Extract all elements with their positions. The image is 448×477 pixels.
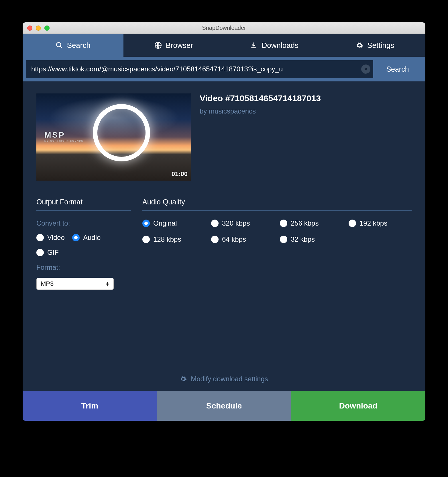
radio-quality-128[interactable]: 128 kbps [142, 235, 205, 243]
convert-to-label: Convert to: [36, 219, 131, 227]
globe-icon [154, 42, 162, 49]
format-select[interactable]: MP3 ▲▼ [36, 278, 114, 290]
video-info-row: MSP NO COPYRIGHT SOUNDS 01:00 Video #710… [36, 93, 412, 181]
tab-downloads[interactable]: Downloads [224, 34, 325, 57]
radio-quality-256[interactable]: 256 kbps [280, 219, 343, 227]
radio-quality-64[interactable]: 64 kbps [211, 235, 274, 243]
video-title: Video #7105814654714187013 [200, 93, 321, 103]
radio-audio[interactable]: Audio [72, 234, 101, 242]
thumbnail-ring-graphic [93, 104, 150, 161]
svg-point-0 [56, 42, 61, 47]
url-input-container [26, 60, 373, 78]
search-row: Search [23, 57, 425, 81]
search-button[interactable]: Search [373, 60, 422, 78]
video-thumbnail[interactable]: MSP NO COPYRIGHT SOUNDS 01:00 [36, 93, 191, 181]
download-button[interactable]: Download [291, 391, 425, 421]
bottom-action-bar: Trim Schedule Download [23, 391, 425, 421]
tab-label: Browser [166, 41, 193, 50]
radio-gif[interactable]: GIF [36, 249, 59, 257]
thumbnail-logo: MSP NO COPYRIGHT SOUNDS [44, 130, 83, 142]
tab-browser[interactable]: Browser [123, 34, 224, 57]
convert-type-group-2: GIF [36, 249, 131, 257]
convert-type-group: Video Audio [36, 234, 131, 242]
app-window: SnapDownloader Search Browser Downloads … [23, 22, 425, 421]
maximize-window-button[interactable] [44, 26, 50, 31]
radio-quality-original[interactable]: Original [142, 219, 205, 227]
output-format-heading: Output Format [36, 198, 131, 211]
tab-search[interactable]: Search [23, 34, 123, 57]
audio-quality-group: Original 320 kbps 256 kbps 192 kbps 128 … [142, 219, 412, 243]
content-area: MSP NO COPYRIGHT SOUNDS 01:00 Video #710… [23, 81, 425, 391]
trim-button[interactable]: Trim [23, 391, 157, 421]
tab-label: Search [67, 41, 91, 50]
audio-quality-heading: Audio Quality [142, 198, 412, 211]
format-label: Format: [36, 263, 131, 271]
window-controls [23, 26, 50, 31]
gear-icon [180, 376, 187, 382]
tab-label: Downloads [262, 41, 298, 50]
video-author: by musicspacencs [200, 107, 321, 115]
radio-video[interactable]: Video [36, 234, 65, 242]
window-title: SnapDownloader [23, 25, 425, 31]
video-meta: Video #7105814654714187013 by musicspace… [200, 93, 321, 181]
radio-quality-320[interactable]: 320 kbps [211, 219, 274, 227]
svg-line-1 [60, 46, 62, 48]
close-window-button[interactable] [27, 26, 32, 31]
url-input[interactable] [31, 65, 358, 73]
search-icon [56, 42, 63, 49]
modify-settings-label: Modify download settings [191, 375, 268, 383]
clear-input-button[interactable] [361, 64, 370, 74]
tab-settings[interactable]: Settings [325, 34, 426, 57]
tab-label: Settings [367, 41, 394, 50]
gear-icon [356, 42, 363, 49]
radio-quality-192[interactable]: 192 kbps [349, 219, 412, 227]
video-duration: 01:00 [172, 170, 188, 178]
download-icon [250, 42, 258, 49]
format-select-value: MP3 [41, 280, 54, 288]
schedule-button[interactable]: Schedule [157, 391, 291, 421]
radio-quality-32[interactable]: 32 kbps [280, 235, 343, 243]
titlebar: SnapDownloader [23, 22, 425, 34]
main-tabs: Search Browser Downloads Settings [23, 34, 425, 57]
select-arrows-icon: ▲▼ [105, 281, 109, 286]
audio-quality-panel: Audio Quality Original 320 kbps 256 kbps… [142, 198, 412, 290]
options-row: Output Format Convert to: Video Audio GI… [36, 198, 412, 290]
minimize-window-button[interactable] [36, 26, 41, 31]
output-format-panel: Output Format Convert to: Video Audio GI… [36, 198, 131, 290]
modify-download-settings[interactable]: Modify download settings [23, 375, 425, 383]
